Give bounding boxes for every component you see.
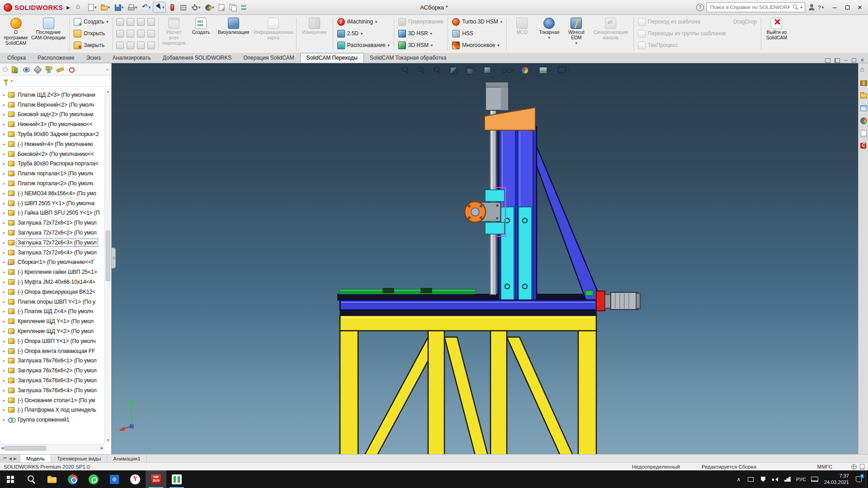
quick-access-button[interactable]: ▾: [153, 2, 166, 13]
quick-access-button[interactable]: ▾: [85, 2, 98, 13]
cam-tool-icon[interactable]: [137, 42, 145, 49]
recognize-caret-icon[interactable]: ▾: [388, 43, 390, 47]
wirecut-caret-icon[interactable]: ▾: [576, 41, 577, 45]
expand-arrow-icon[interactable]: ▸: [2, 240, 6, 245]
tree-item[interactable]: ▸ Платик портала<2> (По умолч: [0, 178, 104, 188]
quick-access-button[interactable]: ▾: [178, 2, 189, 13]
tree-item[interactable]: ▸ (-) Платформа X под шпиндель: [0, 405, 104, 415]
tree-item[interactable]: ▸ Группа сопряжений1: [0, 415, 104, 425]
template-transition-button[interactable]: Переход из шаблона: [636, 16, 728, 28]
taskbar-app-button[interactable]: [166, 470, 187, 488]
turbo-caret-icon[interactable]: ▾: [500, 20, 502, 24]
recent-cam-operations-button[interactable]: Последние CAM-Операции: [29, 16, 67, 52]
close-button[interactable]: ✕: [854, 1, 866, 13]
tree-item[interactable]: ▸ (-) Основание стола<1> (По ум: [0, 395, 104, 405]
expand-arrow-icon[interactable]: ▸: [2, 319, 6, 324]
cam-tool-icon[interactable]: [137, 30, 145, 38]
expand-arrow-icon[interactable]: ▸: [2, 93, 6, 97]
model-tab[interactable]: Трехмерные виды: [51, 455, 107, 462]
expand-arrow-icon[interactable]: ▸: [2, 309, 6, 314]
doc-minimize-icon[interactable]: ─: [844, 58, 848, 63]
scroll-right-icon[interactable]: ▶: [101, 446, 104, 450]
expand-arrow-icon[interactable]: ▸: [2, 378, 6, 383]
maximize-button[interactable]: [841, 1, 854, 13]
taskbar-app-button[interactable]: [21, 470, 42, 488]
3d-hsm-button[interactable]: 3D HSM▾: [396, 39, 446, 51]
quick-access-button[interactable]: ▾: [166, 2, 177, 13]
expand-arrow-icon[interactable]: ▸: [2, 388, 6, 393]
task-pane-tab[interactable]: [859, 78, 868, 87]
diagonal-brace[interactable]: [533, 139, 602, 301]
panel-splitter-handle[interactable]: [112, 248, 116, 268]
view-tool-button[interactable]: ▾: [464, 66, 476, 75]
cam-tool-icon[interactable]: [116, 30, 124, 38]
expand-arrow-icon[interactable]: ▸: [2, 260, 6, 264]
help-search-box[interactable]: ▾: [707, 2, 805, 12]
expand-arrow-icon[interactable]: ▸: [2, 329, 6, 333]
cam-tool-icon[interactable]: [116, 42, 124, 49]
quick-access-button[interactable]: ▾: [216, 2, 227, 13]
scroll-up-icon[interactable]: ▲: [105, 89, 111, 94]
command-tab[interactable]: Расположение: [32, 53, 80, 63]
view-tool-caret-icon[interactable]: ▾: [475, 68, 476, 72]
taskbar-app-button[interactable]: [146, 470, 166, 488]
quick-access-button[interactable]: ▾: [139, 2, 152, 13]
close-project-button[interactable]: Закрыть: [71, 39, 111, 51]
expand-arrow-icon[interactable]: ▸: [2, 211, 6, 215]
dropdown-caret-icon[interactable]: ▾: [198, 5, 200, 9]
expand-arrow-icon[interactable]: ▸: [2, 290, 6, 294]
turbo-hsm-button[interactable]: Turbo 3D HSM▾: [450, 16, 505, 28]
feature-manager-tab[interactable]: [44, 65, 53, 74]
techprocess-button[interactable]: ТехПроцесс: [636, 39, 728, 51]
25d-caret-icon[interactable]: ▾: [361, 32, 363, 36]
tree-item[interactable]: ▸ Заглушка 72x72x6<2> (По умол: [0, 228, 104, 238]
expand-arrow-icon[interactable]: ▸: [2, 122, 6, 127]
view-tool-button[interactable]: ▾: [416, 66, 426, 75]
graphics-viewport[interactable]: ▾ ▾ ▾ ▾ ▾ ▾: [112, 63, 858, 454]
command-tab[interactable]: Операция SolidCAM: [237, 53, 300, 63]
taskbar-app-button[interactable]: [62, 470, 83, 488]
expand-arrow-icon[interactable]: ▸: [2, 250, 6, 255]
tree-item[interactable]: ▸ Боковой зад<2> (По умолчани: [0, 110, 104, 120]
tray-display-icon[interactable]: [745, 473, 756, 486]
expand-arrow-icon[interactable]: ▸: [2, 112, 6, 117]
exit-solidcam-button[interactable]: Выйти из SolidCAM: [763, 16, 790, 52]
z-carriage[interactable]: [465, 187, 505, 237]
tab-nav-first-icon[interactable]: ⏮: [3, 456, 7, 461]
hscroll-thumb[interactable]: [5, 446, 46, 450]
feature-manager-tab[interactable]: [56, 65, 64, 74]
search-input[interactable]: [709, 4, 791, 10]
task-pane-tab[interactable]: [859, 91, 868, 100]
expand-arrow-icon[interactable]: ▸: [2, 142, 6, 146]
tree-item[interactable]: ▸ Заглушка 72x72x6<4> (По умол: [0, 248, 104, 258]
cam-tool-icon[interactable]: [127, 42, 134, 49]
dropdown-caret-icon[interactable]: ▾: [94, 5, 96, 9]
hidden-icons-chevron-icon[interactable]: ∧: [733, 473, 744, 486]
taskbar-app-button[interactable]: [83, 470, 104, 488]
table-top-assembly[interactable]: [338, 288, 600, 300]
model-tab[interactable]: Анимация1: [107, 455, 146, 462]
tree-item[interactable]: ▸ (-) ШВП 2505 Y<1> (По умолча: [0, 198, 104, 208]
feature-manager-tab[interactable]: [22, 65, 30, 74]
task-pane-tab[interactable]: [859, 66, 868, 75]
quick-access-button[interactable]: ▾: [126, 2, 139, 13]
tab-nav-prev-icon[interactable]: ◀: [9, 456, 12, 461]
command-tab[interactable]: Сборка: [1, 53, 32, 63]
solidworks-logo[interactable]: SOLIDWORKS ▶: [2, 3, 74, 12]
panel-overflow-chevron-icon[interactable]: »: [106, 67, 108, 72]
template-group-button[interactable]: Переходы из группы шаблонов: [636, 28, 728, 39]
tree-item[interactable]: ▸ Заглушка 76x76x6<2> (По умол: [0, 366, 104, 375]
task-pane-tab[interactable]: [859, 129, 868, 138]
turning-caret-icon[interactable]: ▾: [548, 36, 550, 40]
create-caret-icon[interactable]: ▾: [107, 20, 108, 24]
minimize-button[interactable]: ─: [828, 1, 841, 13]
expand-arrow-icon[interactable]: ▸: [2, 398, 6, 403]
units-label[interactable]: ММГС: [817, 464, 832, 469]
dragdrop-button[interactable]: DragDrop: [731, 16, 759, 28]
viewport-layout-icon[interactable]: [825, 58, 830, 63]
tree-item[interactable]: ▸ Сборка<1> (По умолчанию<<Г: [0, 258, 104, 267]
taskbar-app-button[interactable]: [0, 470, 21, 488]
tab-nav-next-icon[interactable]: ▶: [14, 456, 17, 461]
tree-item[interactable]: ▸ Труба 80x80 Распорка портала<: [0, 159, 104, 169]
tree-vertical-scrollbar[interactable]: ▲ ▼: [104, 89, 111, 443]
